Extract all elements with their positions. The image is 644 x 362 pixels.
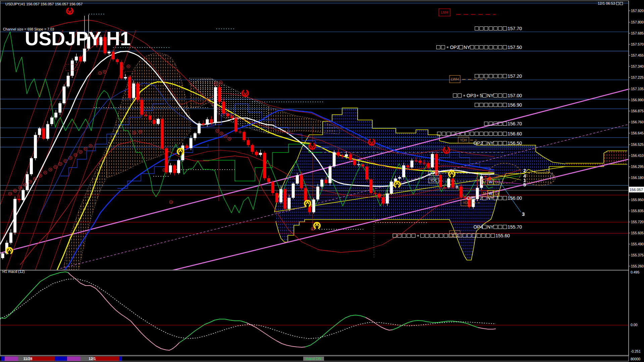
svg-text:USDJPY,H1 156.057 156.057 156: USDJPY,H1 156.057 156.057 156.057 156.05… — [5, 2, 83, 6]
svg-text:157.105: 157.105 — [631, 87, 644, 91]
svg-text:USDJPY H1: USDJPY H1 — [25, 28, 131, 49]
svg-text:156.990: 156.990 — [631, 98, 644, 102]
svg-text:156.875: 156.875 — [631, 109, 644, 113]
svg-text:157.50: 157.50 — [507, 45, 522, 50]
svg-text:80000: 80000 — [631, 357, 640, 361]
svg-text:156.760: 156.760 — [631, 120, 644, 124]
svg-text:155.720: 155.720 — [631, 220, 644, 224]
svg-text:155.260: 155.260 — [631, 264, 644, 268]
svg-text:0.495: 0.495 — [631, 270, 639, 274]
svg-text:156.295: 156.295 — [631, 165, 644, 169]
svg-text:YDC: YDC — [430, 179, 437, 182]
svg-text:YDH: YDH — [460, 138, 467, 142]
svg-text:156.70: 156.70 — [507, 121, 522, 126]
svg-text:157.570: 157.570 — [631, 42, 644, 46]
svg-text:155.950: 155.950 — [631, 198, 644, 202]
svg-text:11/28: 11/28 — [23, 357, 33, 361]
svg-text:NY: NY — [487, 195, 494, 201]
svg-text:156.00: 156.00 — [507, 195, 522, 201]
svg-text:157.20: 157.20 — [507, 73, 522, 79]
svg-text:LWH: LWH — [451, 77, 459, 81]
svg-text:156.057: 156.057 — [630, 188, 643, 192]
svg-text:D: D — [495, 191, 498, 195]
svg-text:NY: NY — [464, 45, 470, 50]
svg-text:155.70: 155.70 — [507, 224, 522, 230]
svg-text:2: 2 — [480, 195, 482, 201]
svg-text:M: M — [483, 180, 486, 184]
svg-text:156.50: 156.50 — [507, 140, 522, 146]
svg-text:OP2: OP2 — [450, 45, 459, 50]
svg-text:156.525: 156.525 — [631, 142, 644, 146]
svg-text:NY: NY — [487, 224, 494, 230]
svg-text:3: 3 — [522, 211, 525, 217]
svg-text:155.605: 155.605 — [631, 231, 644, 235]
svg-text:YDO: YDO — [430, 171, 437, 175]
svg-text:M: M — [483, 191, 486, 195]
svg-text:5: 5 — [523, 182, 526, 187]
svg-text:H1 macd (12): H1 macd (12) — [2, 269, 25, 274]
svg-text:156.180: 156.180 — [631, 176, 644, 180]
svg-text:OP1: OP1 — [467, 195, 476, 201]
svg-text:2: 2 — [523, 168, 526, 173]
svg-text:-0.251: -0.251 — [631, 349, 641, 353]
svg-text:156.60: 156.60 — [507, 131, 522, 136]
svg-text:NY: NY — [487, 140, 494, 146]
svg-text:156.410: 156.410 — [631, 154, 644, 158]
svg-text:12/1: 12/1 — [89, 357, 96, 361]
svg-text:155.60: 155.60 — [495, 233, 510, 238]
svg-text:0.00: 0.00 — [631, 323, 638, 327]
svg-text:5: 5 — [480, 93, 482, 98]
svg-text:157.00: 157.00 — [507, 93, 522, 98]
svg-text:157.920: 157.920 — [631, 9, 644, 13]
svg-text:157.340: 157.340 — [631, 64, 644, 68]
svg-text:156.645: 156.645 — [631, 131, 644, 135]
svg-text:157.225: 157.225 — [631, 75, 644, 79]
svg-text:YDL: YDL — [463, 201, 470, 205]
svg-text:155.490: 155.490 — [631, 242, 644, 246]
svg-text:OP2: OP2 — [473, 140, 483, 146]
svg-text:155.835: 155.835 — [631, 209, 644, 213]
svg-text:NY: NY — [487, 93, 494, 98]
svg-text:OP3: OP3 — [467, 93, 476, 98]
svg-text:156.90: 156.90 — [507, 102, 522, 108]
svg-text:155.375: 155.375 — [631, 253, 644, 257]
svg-text:12/1 06:53: 12/1 06:53 — [598, 1, 615, 5]
svg-text:W: W — [489, 191, 492, 195]
svg-text:157.685: 157.685 — [631, 31, 644, 35]
svg-text:157.455: 157.455 — [631, 53, 644, 57]
svg-text:OP4: OP4 — [473, 224, 483, 230]
svg-text:157.70: 157.70 — [507, 26, 522, 31]
svg-text:LMH: LMH — [441, 11, 448, 14]
svg-text:157.800: 157.800 — [631, 20, 644, 24]
svg-text:macd ON: macd ON — [306, 357, 322, 361]
